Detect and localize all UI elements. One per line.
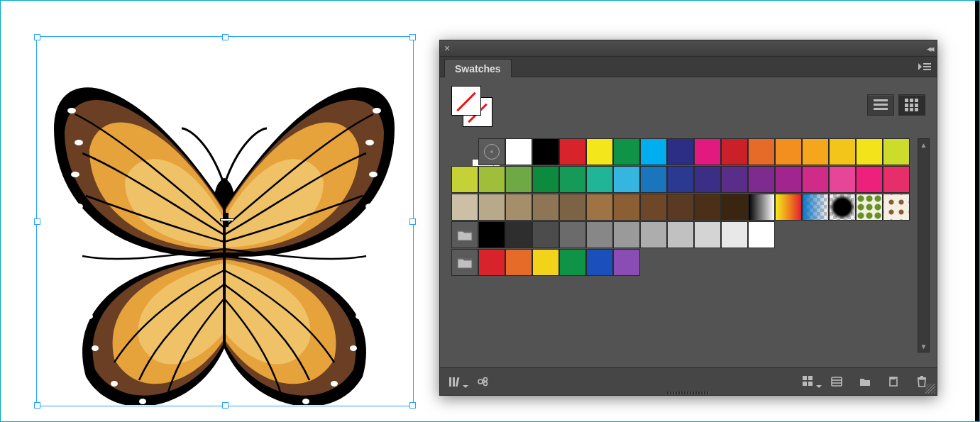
new-swatch-icon[interactable] bbox=[886, 374, 901, 389]
handle-top[interactable] bbox=[222, 34, 229, 40]
swatch-pattern-foliage[interactable] bbox=[856, 194, 883, 221]
swatch-k10[interactable] bbox=[721, 221, 748, 248]
swatch-cmyk-cyan[interactable] bbox=[640, 138, 667, 165]
panel-tabbar: Swatches bbox=[440, 57, 937, 77]
swatch-k20[interactable] bbox=[694, 221, 721, 248]
panel-menu-icon[interactable] bbox=[918, 62, 931, 72]
swatch-violet[interactable] bbox=[721, 166, 748, 193]
swatch-k30[interactable] bbox=[667, 221, 694, 248]
swatch-amber[interactable] bbox=[802, 138, 829, 165]
swatch-blue-3[interactable] bbox=[667, 166, 694, 193]
swatch-grayscale-group[interactable] bbox=[451, 221, 478, 248]
swatch-options-icon[interactable] bbox=[800, 374, 816, 389]
swatch-orange-1[interactable] bbox=[748, 138, 775, 165]
handle-bottom-right[interactable] bbox=[409, 402, 416, 409]
swatch-white-black-gradient[interactable] bbox=[748, 194, 775, 221]
swatch-lime-3[interactable] bbox=[451, 166, 478, 193]
svg-rect-27 bbox=[923, 66, 931, 67]
swatch-k60[interactable] bbox=[586, 221, 613, 248]
panel-scrollbar[interactable]: ▲ ▼ bbox=[918, 138, 930, 352]
swatch-cmyk-green[interactable] bbox=[613, 138, 640, 165]
list-view-button[interactable] bbox=[867, 94, 894, 116]
swatch-white[interactable] bbox=[505, 138, 532, 165]
show-swatch-kinds-icon[interactable] bbox=[475, 374, 491, 389]
swatch-red-2[interactable] bbox=[721, 138, 748, 165]
swatch-brown-3[interactable] bbox=[613, 194, 640, 221]
swatch-rose[interactable] bbox=[883, 166, 910, 193]
handle-left[interactable] bbox=[34, 218, 40, 225]
scroll-up-icon[interactable]: ▲ bbox=[918, 139, 929, 150]
swatch-lime-2[interactable] bbox=[883, 138, 910, 165]
swatch-green-2[interactable] bbox=[532, 166, 559, 193]
swatch-sienna[interactable] bbox=[667, 194, 694, 221]
swatch-brown-4[interactable] bbox=[640, 194, 667, 221]
grid-view-button[interactable] bbox=[898, 94, 925, 116]
swatch-bright-purple[interactable] bbox=[613, 249, 640, 276]
swatch-k70[interactable] bbox=[559, 221, 586, 248]
handle-bottom-left[interactable] bbox=[34, 402, 40, 409]
swatch-fade-to-transparent[interactable] bbox=[802, 194, 829, 221]
swatch-gold[interactable] bbox=[829, 138, 856, 165]
new-color-group-icon[interactable] bbox=[829, 374, 844, 389]
panel-titlebar[interactable]: × ◂◂ bbox=[440, 40, 937, 57]
swatch-k0[interactable] bbox=[748, 221, 775, 248]
scroll-down-icon[interactable]: ▼ bbox=[918, 340, 929, 352]
handle-right[interactable] bbox=[409, 218, 416, 225]
swatch-bright-blue[interactable] bbox=[586, 249, 613, 276]
swatch-teal-1[interactable] bbox=[586, 166, 613, 193]
swatch-blue-2[interactable] bbox=[640, 166, 667, 193]
handle-top-left[interactable] bbox=[34, 34, 40, 40]
swatch-brights-group[interactable] bbox=[451, 249, 478, 276]
swatch-tan-1[interactable] bbox=[505, 194, 532, 221]
swatch-bright-green[interactable] bbox=[559, 249, 586, 276]
collapse-icon[interactable]: ◂◂ bbox=[917, 43, 932, 54]
handle-top-right[interactable] bbox=[409, 34, 416, 40]
svg-point-23 bbox=[331, 381, 338, 387]
swatch-pink[interactable] bbox=[829, 166, 856, 193]
swatch-k80[interactable] bbox=[532, 221, 559, 248]
swatch-k40[interactable] bbox=[640, 221, 667, 248]
fill-stroke-indicator[interactable] bbox=[451, 86, 492, 127]
swatch-fuchsia[interactable] bbox=[802, 166, 829, 193]
close-icon[interactable]: × bbox=[444, 43, 450, 53]
swatch-cmyk-magenta[interactable] bbox=[694, 138, 721, 165]
drag-grip[interactable] bbox=[667, 392, 710, 394]
swatch-leaf[interactable] bbox=[505, 166, 532, 193]
resize-grip[interactable] bbox=[925, 384, 935, 394]
swatch-sky-1[interactable] bbox=[613, 166, 640, 193]
swatch-choco[interactable] bbox=[721, 194, 748, 221]
swatch-registration-swatch[interactable] bbox=[478, 138, 505, 165]
swatch-magenta-2[interactable] bbox=[775, 166, 802, 193]
fill-chip[interactable] bbox=[451, 86, 481, 116]
swatch-bright-orange[interactable] bbox=[505, 249, 532, 276]
swatch-yellow-2[interactable] bbox=[856, 138, 883, 165]
center-point-indicator bbox=[221, 213, 233, 226]
swatch-black[interactable] bbox=[532, 138, 559, 165]
swatch-warm-gray-1[interactable] bbox=[451, 194, 478, 221]
swatch-bright-yellow[interactable] bbox=[532, 249, 559, 276]
swatch-olive-1[interactable] bbox=[478, 166, 505, 193]
swatch-cmyk-yellow[interactable] bbox=[586, 138, 613, 165]
swatch-warm-gray-2[interactable] bbox=[478, 194, 505, 221]
swatch-cmyk-blue[interactable] bbox=[667, 138, 694, 165]
swatch-pattern-scroll[interactable] bbox=[883, 194, 910, 221]
swatch-hot-pink[interactable] bbox=[856, 166, 883, 193]
swatch-bright-red[interactable] bbox=[478, 249, 505, 276]
swatch-umber[interactable] bbox=[694, 194, 721, 221]
swatch-orange-yellow-gradient[interactable] bbox=[775, 194, 802, 221]
tab-swatches[interactable]: Swatches bbox=[444, 59, 512, 77]
swatch-libraries-menu-icon[interactable] bbox=[447, 374, 463, 389]
swatch-tan-2[interactable] bbox=[532, 194, 559, 221]
swatch-purple[interactable] bbox=[748, 166, 775, 193]
swatch-orange-2[interactable] bbox=[775, 138, 802, 165]
folder-icon[interactable] bbox=[857, 374, 873, 389]
swatch-green-3[interactable] bbox=[559, 166, 586, 193]
swatch-indigo[interactable] bbox=[694, 166, 721, 193]
swatch-brown-2[interactable] bbox=[586, 194, 613, 221]
swatch-k50[interactable] bbox=[613, 221, 640, 248]
swatch-cmyk-red[interactable] bbox=[559, 138, 586, 165]
swatch-k100[interactable] bbox=[478, 221, 505, 248]
swatch-brown-1[interactable] bbox=[559, 194, 586, 221]
swatch-k90[interactable] bbox=[505, 221, 532, 248]
swatch-transparent-radial[interactable] bbox=[829, 194, 856, 221]
